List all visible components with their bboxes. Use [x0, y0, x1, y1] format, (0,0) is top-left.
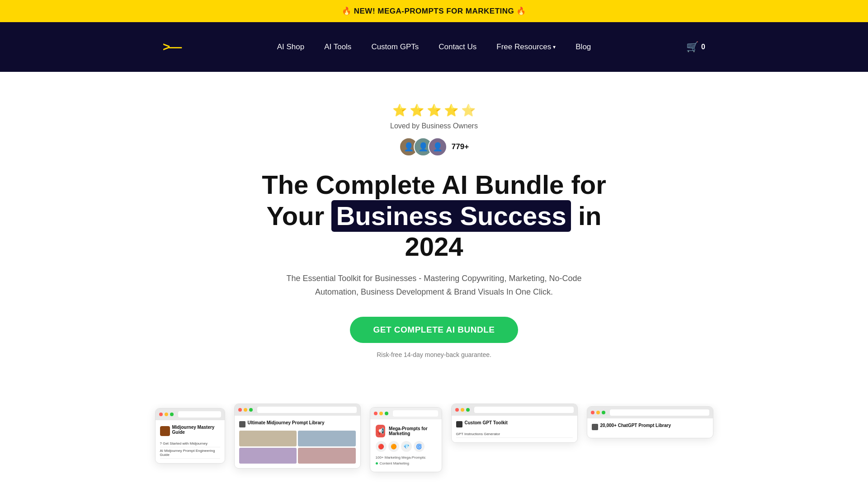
- nav-item-free-resources[interactable]: Free Resources ▾: [496, 42, 556, 52]
- addr-bar-3: [393, 410, 438, 417]
- nav-link-ai-tools[interactable]: AI Tools: [324, 42, 351, 51]
- screenshot-card-1: Midjourney Mastery Guide ? Get Started w…: [155, 408, 225, 464]
- card-title-2: Ultimate Midjourney Prompt Library: [248, 420, 325, 425]
- star-3: ⭐: [427, 103, 441, 117]
- card-body-2: Ultimate Midjourney Prompt Library: [235, 416, 360, 468]
- dot-green-2: [249, 408, 253, 412]
- card-brand-3: Mega-Prompts for Marketing: [389, 426, 436, 436]
- card-subtitle-3: 100+ Marketing Mega-Prompts:: [376, 455, 436, 460]
- screenshot-card-5: 20,000+ ChatGPT Prompt Library: [587, 406, 713, 438]
- card-list-item-3-1: Content Marketing: [376, 460, 436, 466]
- hero-section: ⭐ ⭐ ⭐ ⭐ ⭐ Loved by Business Owners 👤 👤 👤…: [240, 72, 628, 376]
- dot-yellow-5: [596, 411, 600, 414]
- star-4: ⭐: [444, 103, 458, 117]
- list-item-text-3-1: Content Marketing: [380, 461, 409, 465]
- guarantee-text: Risk-free 14-day money-back guarantee.: [249, 351, 619, 358]
- browser-bar-5: [587, 407, 713, 418]
- nav-item-blog[interactable]: Blog: [576, 42, 591, 52]
- cart-icon: 🛒: [686, 41, 698, 53]
- nav-link-contact-us[interactable]: Contact Us: [439, 42, 476, 51]
- dot-yellow-2: [244, 408, 247, 412]
- card-title-1: Midjourney Mastery Guide: [172, 425, 220, 435]
- browser-bar-4: [452, 404, 577, 416]
- card-image-grid-2: [239, 431, 356, 464]
- dot-green-5: [602, 411, 605, 414]
- hero-subtitle: The Essential Toolkit for Businesses - M…: [276, 272, 592, 299]
- cta-container: GET COMPLETE AI BUNDLE Risk-free 14-day …: [249, 317, 619, 358]
- dot-red-4: [455, 408, 459, 412]
- dot-yellow-4: [461, 408, 464, 412]
- img-cell-1: [239, 431, 297, 446]
- img-cell-3: [239, 448, 297, 464]
- card-header-3: 📢 Mega-Prompts for Marketing: [376, 425, 436, 437]
- avatar-3: 👤: [428, 137, 447, 156]
- nav-link-custom-gpts[interactable]: Custom GPTs: [371, 42, 419, 51]
- dot-red-5: [591, 411, 594, 414]
- nav-link-ai-shop[interactable]: AI Shop: [277, 42, 305, 51]
- card-item-4-1: GPT Instructions Generator: [456, 431, 573, 438]
- nav-item-ai-shop[interactable]: AI Shop: [277, 42, 305, 52]
- addr-bar-2: [257, 407, 357, 413]
- cta-button[interactable]: GET COMPLETE AI BUNDLE: [350, 317, 519, 343]
- screenshot-card-4: Custom GPT Toolkit GPT Instructions Gene…: [451, 404, 578, 443]
- banner-text: 🔥 NEW! MEGA-PROMPTS FOR MARKETING 🔥: [342, 7, 526, 15]
- dot-red-3: [374, 412, 377, 415]
- card-icon-2: [239, 421, 245, 427]
- cart-button[interactable]: 🛒 0: [686, 41, 705, 53]
- nav-item-custom-gpts[interactable]: Custom GPTs: [371, 42, 419, 52]
- card-title-4: Custom GPT Toolkit: [465, 420, 508, 425]
- card-icon-4: [456, 421, 462, 427]
- avatars-row: 👤 👤 👤 779+: [249, 137, 619, 156]
- card-body-5: 20,000+ ChatGPT Prompt Library: [587, 418, 713, 438]
- nav-item-ai-tools[interactable]: AI Tools: [324, 42, 351, 52]
- dot-green-1: [170, 413, 174, 416]
- icon-item-1: 🔴: [376, 441, 387, 452]
- list-text-3: 100+ Marketing Mega-Prompts:: [376, 455, 426, 460]
- dot-green-4: [466, 408, 470, 412]
- card-body-3: 📢 Mega-Prompts for Marketing 🔴 🟠 💎 🌀 100…: [370, 419, 442, 472]
- addr-bar-4: [474, 407, 574, 413]
- cart-count: 0: [701, 43, 705, 51]
- bullet-3-1: [376, 462, 378, 465]
- screenshot-card-3: 📢 Mega-Prompts for Marketing 🔴 🟠 💎 🌀 100…: [370, 407, 442, 472]
- star-1: ⭐: [392, 103, 407, 117]
- card-icon-5: [592, 424, 598, 430]
- screenshot-card-2: Ultimate Midjourney Prompt Library: [234, 404, 361, 469]
- loved-text: Loved by Business Owners: [249, 122, 619, 130]
- star-half: ⭐: [461, 103, 476, 117]
- card-body-4: Custom GPT Toolkit GPT Instructions Gene…: [452, 416, 577, 442]
- card-logo-3: 📢: [376, 425, 386, 437]
- dropdown-arrow-icon: ▾: [553, 44, 556, 50]
- nav-item-contact-us[interactable]: Contact Us: [439, 42, 476, 52]
- logo[interactable]: >—: [163, 40, 181, 54]
- screenshots-section: Midjourney Mastery Guide ? Get Started w…: [0, 404, 868, 485]
- addr-bar-5: [610, 409, 709, 416]
- card-item-1-2: AI Midjourney Prompt Engineering Guide: [160, 447, 220, 459]
- icon-item-2: 🟠: [388, 441, 399, 452]
- nav-link-free-resources[interactable]: Free Resources ▾: [496, 42, 556, 52]
- card-title-5: 20,000+ ChatGPT Prompt Library: [600, 423, 671, 428]
- navigation: >— AI Shop AI Tools Custom GPTs Contact …: [0, 22, 868, 72]
- browser-bar-3: [370, 408, 442, 419]
- avatar-count: 779+: [452, 142, 469, 151]
- addr-bar-1: [178, 411, 221, 418]
- card-icons-3: 🔴 🟠 💎 🌀: [376, 441, 436, 452]
- nav-link-blog[interactable]: Blog: [576, 42, 591, 51]
- img-cell-2: [298, 431, 356, 446]
- star-rating: ⭐ ⭐ ⭐ ⭐ ⭐: [249, 103, 619, 117]
- dot-yellow-3: [379, 412, 383, 415]
- hero-title-highlight: Business Success: [331, 200, 571, 232]
- card-icon-1: [160, 426, 170, 436]
- logo-icon: >—: [163, 40, 181, 54]
- browser-bar-2: [235, 404, 360, 416]
- icon-item-3: 💎: [401, 441, 412, 452]
- browser-bar-1: [156, 408, 225, 420]
- top-banner: 🔥 NEW! MEGA-PROMPTS FOR MARKETING 🔥: [0, 0, 868, 22]
- img-cell-4: [298, 448, 356, 464]
- star-2: ⭐: [410, 103, 424, 117]
- dot-red-1: [159, 413, 163, 416]
- hero-title: The Complete AI Bundle forYour Business …: [249, 170, 619, 262]
- dot-green-3: [385, 412, 388, 415]
- card-body-1: Midjourney Mastery Guide ? Get Started w…: [156, 420, 225, 463]
- card-item-1-1: ? Get Started with Midjourney: [160, 440, 220, 447]
